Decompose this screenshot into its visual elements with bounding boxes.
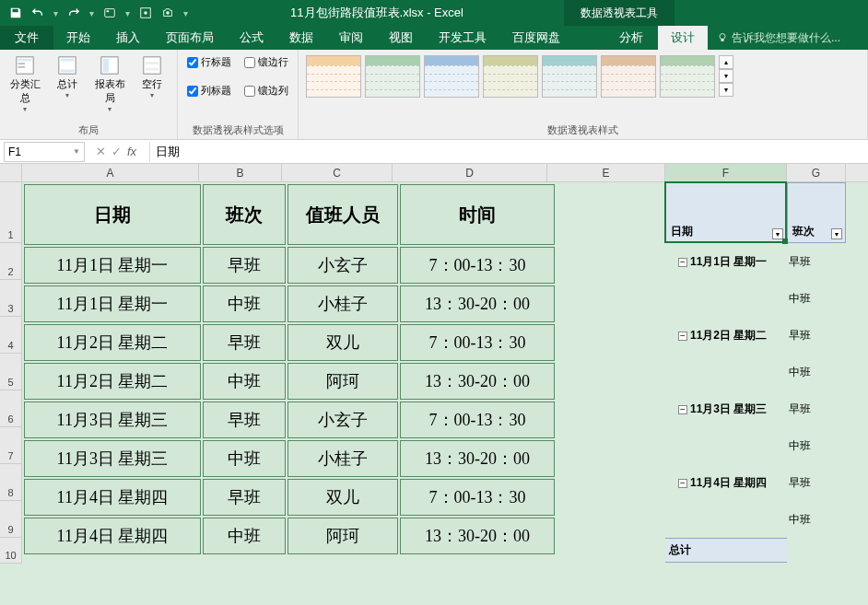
style-thumb[interactable] bbox=[483, 55, 538, 98]
row-header[interactable]: 10 bbox=[0, 538, 22, 564]
row-header[interactable]: 9 bbox=[0, 501, 22, 538]
subtotal-button[interactable]: 分类汇总▾ bbox=[6, 53, 44, 115]
pivot-shift-cell[interactable]: 早班 bbox=[789, 475, 811, 491]
row-header[interactable]: 8 bbox=[0, 464, 22, 501]
collapse-icon[interactable]: − bbox=[678, 332, 687, 341]
table-cell[interactable]: 11月2日 星期二 bbox=[24, 363, 201, 400]
style-thumb[interactable] bbox=[424, 55, 479, 98]
tab-view[interactable]: 视图 bbox=[376, 26, 426, 50]
check-bandedcol[interactable]: 镶边列 bbox=[244, 84, 288, 98]
style-thumb[interactable] bbox=[601, 55, 656, 98]
table-cell[interactable]: 小玄子 bbox=[287, 247, 398, 284]
pivot-header-date[interactable]: 日期 ▼ bbox=[665, 182, 787, 243]
table-cell[interactable]: 11月2日 星期二 bbox=[24, 324, 201, 361]
collapse-icon[interactable]: − bbox=[678, 479, 687, 488]
check-rowheader[interactable]: 行标题 bbox=[187, 55, 231, 69]
tab-home[interactable]: 开始 bbox=[53, 26, 103, 50]
pivot-shift-cell[interactable]: 中班 bbox=[789, 365, 811, 380]
row-header[interactable]: 7 bbox=[0, 427, 22, 464]
fx-icon[interactable]: fx bbox=[127, 145, 136, 158]
table-cell[interactable]: 阿珂 bbox=[287, 518, 398, 554]
tab-baidu[interactable]: 百度网盘 bbox=[499, 26, 573, 50]
redo-icon[interactable] bbox=[65, 5, 82, 21]
tell-me-search[interactable]: 告诉我您想要做什么... bbox=[708, 30, 840, 46]
table-cell[interactable]: 中班 bbox=[203, 363, 286, 400]
table-cell[interactable]: 13：30-20：00 bbox=[400, 440, 555, 477]
pivot-header-shift[interactable]: 班次 ▼ bbox=[787, 182, 846, 243]
table-cell[interactable]: 11月4日 星期四 bbox=[24, 479, 201, 516]
column-header[interactable]: A bbox=[22, 164, 199, 181]
gallery-more-icon[interactable]: ▾ bbox=[719, 83, 733, 97]
table-cell[interactable]: 小桂子 bbox=[287, 285, 398, 322]
pivot-shift-cell[interactable]: 早班 bbox=[789, 401, 811, 417]
table-cell[interactable]: 11月4日 星期四 bbox=[24, 518, 201, 554]
name-box[interactable]: F1 ▼ bbox=[4, 142, 85, 162]
style-thumb[interactable] bbox=[306, 55, 361, 98]
check-colheader[interactable]: 列标题 bbox=[187, 84, 231, 98]
row-header[interactable]: 6 bbox=[0, 390, 22, 427]
open-icon[interactable] bbox=[137, 5, 154, 21]
pivot-shift-cell[interactable]: 中班 bbox=[789, 512, 811, 528]
save-icon[interactable] bbox=[7, 5, 24, 21]
column-header[interactable]: D bbox=[393, 164, 547, 181]
row-header[interactable]: 1 bbox=[0, 182, 22, 243]
pivot-shift-cell[interactable]: 中班 bbox=[789, 438, 811, 454]
style-thumb[interactable] bbox=[542, 55, 597, 98]
cells[interactable]: 日期班次值班人员时间 11月1日 星期一早班小玄子7：00-13：3011月1日… bbox=[22, 182, 868, 564]
gallery-up-icon[interactable]: ▴ bbox=[719, 55, 733, 69]
tab-analyze[interactable]: 分析 bbox=[604, 26, 658, 50]
row-header[interactable]: 4 bbox=[0, 317, 22, 354]
table-cell[interactable]: 中班 bbox=[203, 518, 286, 554]
tab-data[interactable]: 数据 bbox=[276, 26, 326, 50]
tab-design[interactable]: 设计 bbox=[658, 26, 708, 50]
table-cell[interactable]: 7：00-13：30 bbox=[400, 479, 555, 516]
table-cell[interactable]: 13：30-20：00 bbox=[400, 518, 555, 554]
pivot-shift-cell[interactable]: 早班 bbox=[789, 328, 811, 343]
table-cell[interactable]: 13：30-20：00 bbox=[400, 363, 555, 400]
style-thumb[interactable] bbox=[660, 55, 715, 98]
tab-review[interactable]: 审阅 bbox=[326, 26, 376, 50]
style-thumb[interactable] bbox=[365, 55, 420, 98]
check-bandedrow[interactable]: 镶边行 bbox=[244, 55, 288, 69]
pivot-shift-cell[interactable]: 中班 bbox=[789, 291, 811, 307]
blankrows-button[interactable]: 空行▾ bbox=[133, 53, 171, 101]
table-cell[interactable]: 11月3日 星期三 bbox=[24, 440, 201, 477]
tab-formulas[interactable]: 公式 bbox=[227, 26, 276, 50]
table-cell[interactable]: 双儿 bbox=[287, 479, 398, 516]
table-cell[interactable]: 阿珂 bbox=[287, 363, 398, 400]
table-cell[interactable]: 13：30-20：00 bbox=[400, 285, 555, 322]
column-header[interactable]: F bbox=[665, 164, 787, 181]
filter-dropdown-icon[interactable]: ▼ bbox=[772, 228, 783, 239]
column-header[interactable]: B bbox=[199, 164, 282, 181]
table-cell[interactable]: 7：00-13：30 bbox=[400, 324, 555, 361]
table-cell[interactable]: 早班 bbox=[203, 479, 286, 516]
table-cell[interactable]: 11月1日 星期一 bbox=[24, 247, 201, 284]
cancel-icon[interactable]: ✕ bbox=[96, 145, 106, 158]
table-cell[interactable]: 中班 bbox=[203, 285, 286, 322]
tab-devtools[interactable]: 开发工具 bbox=[426, 26, 499, 50]
pivot-shift-cell[interactable]: 早班 bbox=[789, 254, 811, 270]
grandtotal-button[interactable]: 总计▾ bbox=[48, 53, 87, 101]
pivot-date-row[interactable]: −11月1日 星期一 bbox=[678, 254, 767, 270]
column-header[interactable]: C bbox=[282, 164, 393, 181]
formula-input[interactable] bbox=[149, 142, 868, 162]
column-header[interactable]: E bbox=[547, 164, 665, 181]
collapse-icon[interactable]: − bbox=[678, 405, 687, 414]
table-cell[interactable]: 早班 bbox=[203, 324, 286, 361]
reportlayout-button[interactable]: 报表布局▾ bbox=[90, 53, 129, 115]
pivot-date-row[interactable]: −11月4日 星期四 bbox=[678, 475, 767, 491]
pivot-date-row[interactable]: −11月2日 星期二 bbox=[678, 328, 767, 343]
collapse-icon[interactable]: − bbox=[678, 258, 687, 267]
filter-dropdown-icon[interactable]: ▼ bbox=[831, 228, 842, 239]
enter-icon[interactable]: ✓ bbox=[111, 145, 122, 158]
select-all-corner[interactable] bbox=[0, 164, 22, 181]
row-header[interactable]: 3 bbox=[0, 280, 22, 317]
table-cell[interactable]: 7：00-13：30 bbox=[400, 401, 555, 438]
table-cell[interactable]: 11月1日 星期一 bbox=[24, 285, 201, 322]
pivot-date-row[interactable]: −11月3日 星期三 bbox=[678, 401, 767, 417]
table-cell[interactable]: 11月3日 星期三 bbox=[24, 401, 201, 438]
table-cell[interactable]: 7：00-13：30 bbox=[400, 247, 555, 284]
table-cell[interactable]: 早班 bbox=[203, 247, 286, 284]
tab-insert[interactable]: 插入 bbox=[103, 26, 153, 50]
table-cell[interactable]: 小玄子 bbox=[287, 401, 398, 438]
